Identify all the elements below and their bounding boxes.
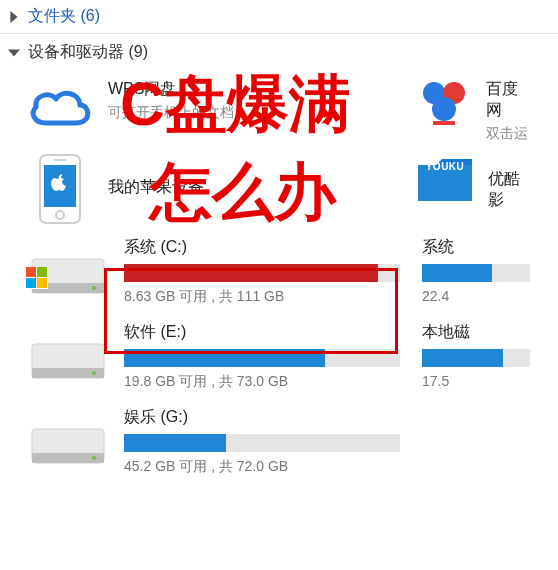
- item-youku[interactable]: YOUKU 优酷影: [408, 149, 538, 229]
- drive-name: 系统 (C:): [124, 237, 400, 258]
- drive-icon: [26, 415, 110, 473]
- youku-folder-icon: YOUKU: [416, 155, 474, 205]
- svg-point-21: [92, 456, 96, 460]
- drive-usage-fill: [124, 434, 226, 452]
- drive-name: 娱乐 (G:): [124, 407, 400, 428]
- section-label: 设备和驱动器 (9): [28, 42, 148, 63]
- iphone-icon: [26, 155, 94, 223]
- drive-icon: [26, 330, 110, 388]
- svg-rect-13: [37, 267, 47, 277]
- drive-usage-fill: [124, 264, 378, 282]
- drive-right-2[interactable]: 本地磁 17.5: [408, 314, 538, 399]
- svg-rect-14: [26, 278, 36, 288]
- item-baidu-netdisk[interactable]: 百度网 双击运: [408, 67, 538, 149]
- drive-c[interactable]: 系统 (C:) 8.63 GB 可用 , 共 111 GB: [18, 229, 408, 314]
- cloud-icon: [26, 73, 94, 141]
- section-header-devices[interactable]: 设备和驱动器 (9): [0, 34, 558, 67]
- item-title: 百度网: [486, 79, 530, 121]
- item-subtitle: 可打开手机上的文档: [108, 104, 400, 122]
- drive-status: 19.8 GB 可用 , 共 73.0 GB: [124, 373, 400, 391]
- drive-g[interactable]: 娱乐 (G:) 45.2 GB 可用 , 共 72.0 GB: [18, 399, 408, 484]
- drive-name: 本地磁: [422, 322, 530, 343]
- section-header-folders[interactable]: 文件夹 (6): [0, 0, 558, 34]
- baidu-netdisk-icon: [416, 73, 472, 129]
- item-title: 优酷影: [488, 169, 530, 211]
- drive-usage-fill: [422, 264, 492, 282]
- youku-badge: YOUKU: [426, 161, 465, 172]
- item-title: WPS网盘: [108, 79, 400, 100]
- svg-rect-3: [433, 121, 455, 125]
- chevron-down-icon: [6, 45, 22, 61]
- drive-status: 22.4: [422, 288, 530, 304]
- svg-point-2: [432, 97, 456, 121]
- svg-rect-7: [54, 159, 66, 161]
- item-wps-cloud[interactable]: WPS网盘 可打开手机上的文档: [18, 67, 408, 149]
- svg-point-18: [92, 371, 96, 375]
- drive-usage-fill: [422, 349, 503, 367]
- drive-icon: [26, 245, 110, 303]
- drive-usage-bar: [124, 264, 400, 282]
- section-label: 文件夹 (6): [28, 6, 100, 27]
- devices-grid: WPS网盘 可打开手机上的文档 百度网 双击运: [0, 67, 558, 484]
- item-subtitle: 双击运: [486, 125, 530, 143]
- drive-usage-bar: [124, 434, 400, 452]
- drive-status: 8.63 GB 可用 , 共 111 GB: [124, 288, 400, 306]
- drive-e[interactable]: 软件 (E:) 19.8 GB 可用 , 共 73.0 GB: [18, 314, 408, 399]
- chevron-right-icon: [6, 9, 22, 25]
- drive-name: 软件 (E:): [124, 322, 400, 343]
- drive-usage-bar: [422, 264, 530, 282]
- drive-usage-fill: [124, 349, 325, 367]
- svg-point-10: [92, 286, 96, 290]
- drive-name: 系统: [422, 237, 530, 258]
- drive-status: 45.2 GB 可用 , 共 72.0 GB: [124, 458, 400, 476]
- drive-status: 17.5: [422, 373, 530, 389]
- item-iphone[interactable]: 我的苹果设备: [18, 149, 408, 229]
- svg-rect-15: [37, 278, 47, 288]
- drive-usage-bar: [422, 349, 530, 367]
- item-title: 我的苹果设备: [108, 177, 400, 198]
- svg-rect-12: [26, 267, 36, 277]
- drive-right-1[interactable]: 系统 22.4: [408, 229, 538, 314]
- drive-usage-bar: [124, 349, 400, 367]
